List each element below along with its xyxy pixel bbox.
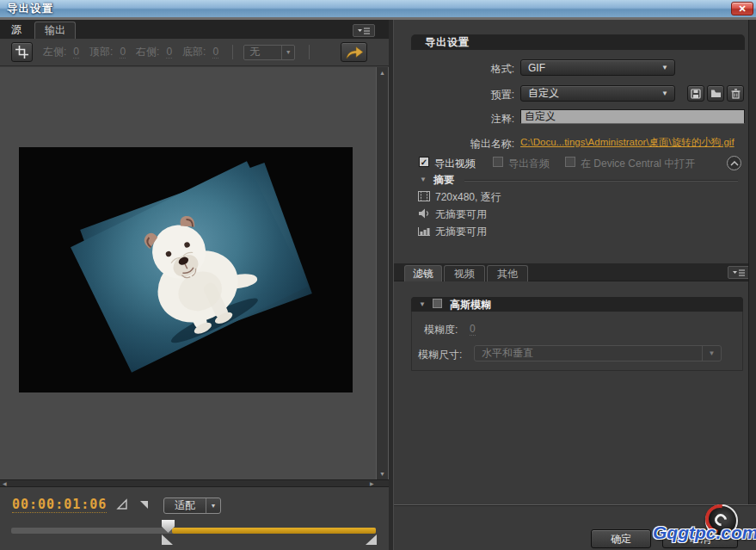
export-video-checkbox[interactable]: ✓ [419,157,429,167]
close-button[interactable]: ✕ [731,2,753,15]
dialog-body: 源 输出 左侧: 0 顶部: 0 右 [0,20,756,550]
tab-video[interactable]: 视频 [444,265,485,281]
toolbar-separator [309,45,310,59]
timeline-bar: 00:00:01:06 适配 ▼ [0,487,389,550]
watermark-text: Gqgtpc.com [653,522,756,543]
window-title: 导出设置 [7,2,53,16]
device-central-label: 在 Device Central 中打开 [581,157,695,171]
tab-filters[interactable]: 滤镜 [404,265,442,281]
summary-bitrate-item: 无摘要可用 [411,225,745,238]
panel-menu-icon [357,27,371,35]
output-name-row: 输出名称: C:\Docu...tings\Administrator\桌面\旋… [411,134,745,151]
delete-preset-button[interactable] [727,85,744,102]
settings-panel: 导出设置 格式: GIF ▼ 预置: 自定义 ▼ [394,20,756,550]
scroll-down-icon[interactable]: ▼ [377,471,388,477]
chevron-down-icon: ▼ [655,90,674,97]
output-name-label: 输出名称: [470,137,514,151]
bitrate-chart-icon [418,226,430,238]
device-central-checkbox[interactable] [565,157,575,167]
timeline-track[interactable] [11,528,376,534]
settings-vertical-scrollbar[interactable] [748,20,756,504]
crop-right-value[interactable]: 0 [166,46,172,59]
disclosure-triangle-icon[interactable]: ▼ [420,176,427,183]
comment-label: 注释: [491,112,514,127]
filters-panel-menu-button[interactable] [728,266,750,279]
gaussian-blur-checkbox[interactable] [433,299,442,308]
scroll-left-icon[interactable]: ◀ [3,480,7,487]
folder-icon [710,89,722,98]
crop-top-value[interactable]: 0 [120,46,126,59]
blur-dimension-dropdown[interactable]: 水平和垂直 ▼ [474,345,722,362]
in-point-handle[interactable] [162,535,173,545]
summary-title: 摘要 [433,173,454,188]
blur-dimension-label: 模糊尺寸: [418,348,462,362]
tab-source[interactable]: 源 [0,22,33,39]
set-out-point-button[interactable] [136,497,151,511]
blurriness-value[interactable]: 0 [470,323,476,336]
chevron-down-icon: ▼ [206,498,220,513]
crop-bottom-value[interactable]: 0 [212,46,218,59]
crop-left-value[interactable]: 0 [73,46,79,59]
format-dropdown[interactable]: GIF ▼ [520,59,675,76]
blur-dimension-row: 模糊尺寸: 水平和垂直 ▼ [412,345,744,362]
source-panel-menu-button[interactable] [353,24,375,37]
save-preset-button[interactable] [687,85,704,102]
crop-ratio-value: 无 [244,45,281,59]
preview-horizontal-scrollbar[interactable]: ◀ ▶ [0,479,389,487]
video-preview-area[interactable]: 源: 720 w X 576 h 输出: 720 w X 480 h [0,67,376,479]
summary-video-item: 720x480, 逐行 [411,190,745,204]
import-preset-button[interactable] [707,85,724,102]
gaussian-blur-header: ▼ 高斯模糊 [411,297,743,312]
summary-audio-item: 无摘要可用 [411,207,745,221]
preset-dropdown[interactable]: 自定义 ▼ [520,85,675,102]
crop-toolbar: 左侧: 0 顶部: 0 右侧: 0 底部: 0 无 ▼ [0,39,389,66]
crop-top-label: 顶部: [89,45,113,59]
export-audio-label: 导出音频 [508,157,550,171]
export-arrow-button[interactable] [341,42,367,62]
format-label: 格式: [491,62,514,77]
export-video-label: 导出视频 [434,157,476,171]
zoom-fit-value: 适配 [164,498,206,513]
set-in-point-button[interactable] [114,497,129,511]
comment-input[interactable] [520,109,745,124]
crop-right-label: 右侧: [136,45,159,59]
speaker-icon [418,208,430,221]
chevron-down-icon: ▼ [655,64,674,71]
output-path-link[interactable]: C:\Docu...tings\Administrator\桌面\旋转的小狗.g… [520,136,734,149]
save-disk-icon [691,89,701,99]
summary-video-text: 720x480, 逐行 [435,190,501,205]
collapse-summary-button[interactable] [727,156,741,170]
blur-dimension-value: 水平和垂直 [475,346,702,361]
gaussian-blur-title: 高斯模糊 [450,298,491,312]
scroll-up-icon[interactable]: ▲ [377,70,388,76]
ok-button[interactable]: 确定 [591,529,651,548]
curved-arrow-icon [345,45,364,59]
chevron-up-icon [730,161,739,166]
video-canvas [19,147,353,392]
dialog-footer: 确定 取消 Gqgtpc.com [394,504,756,550]
preset-row: 预置: 自定义 ▼ [411,85,745,102]
crop-bottom-label: 底部: [182,45,206,59]
timecode-value[interactable]: 00:00:01:06 [12,497,107,513]
summary-bitrate-text: 无摘要可用 [435,225,487,239]
export-audio-checkbox[interactable] [493,157,503,167]
timeline-work-area[interactable] [172,528,376,534]
export-options-row: ✓ 导出视频 导出音频 在 Device Central 中打开 [411,156,745,171]
zoom-fit-dropdown[interactable]: 适配 ▼ [163,497,221,514]
panel-menu-icon [732,269,746,277]
out-point-handle[interactable] [366,535,377,545]
toolbar-separator [232,45,233,59]
scroll-right-icon[interactable]: ▶ [370,480,374,487]
tab-others[interactable]: 其他 [487,265,528,281]
comment-row: 注释: [411,109,745,127]
out-point-icon [138,498,150,510]
summary-audio-text: 无摘要可用 [435,207,487,222]
crop-icon [15,46,28,59]
chevron-down-icon: ▼ [281,46,294,59]
tab-output[interactable]: 输出 [34,22,76,39]
crop-button[interactable] [11,42,33,62]
preview-vertical-scrollbar[interactable]: ▲ ▼ [376,67,389,479]
disclosure-triangle-icon[interactable]: ▼ [419,300,426,308]
crop-ratio-dropdown[interactable]: 无 ▼ [243,45,295,60]
source-tab-bar: 源 输出 [0,20,389,39]
